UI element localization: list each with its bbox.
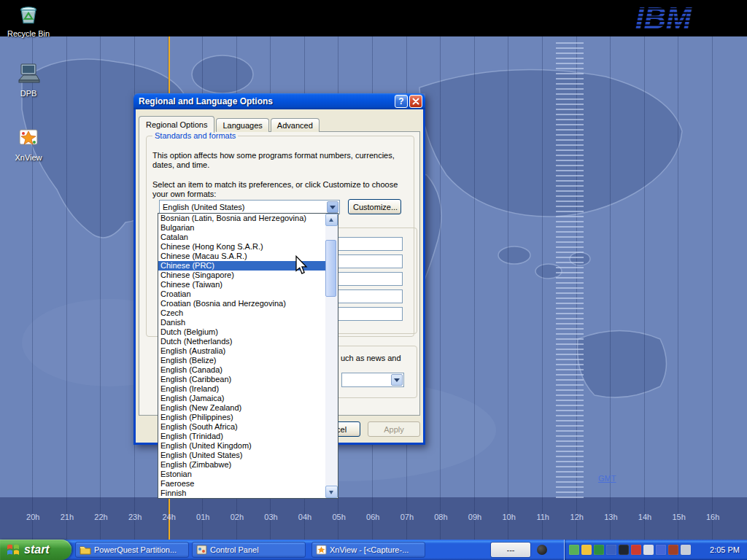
tab-advanced[interactable]: Advanced [271, 118, 320, 132]
task-button-control-panel[interactable]: Control Panel [192, 542, 306, 558]
language-option[interactable]: English (Ireland) [158, 384, 325, 394]
close-button[interactable] [409, 95, 422, 108]
hour-label: 24h [152, 513, 186, 521]
dialog-body: Regional Options Languages Advanced Stan… [133, 109, 425, 445]
task-button-xnview[interactable]: XnView - [<Capture-... [311, 542, 425, 558]
recycle-bin-icon [18, 3, 39, 25]
grid-utility-icon[interactable] [619, 545, 629, 555]
hour-label: 01h [186, 513, 220, 521]
language-option[interactable]: Dutch (Netherlands) [158, 337, 325, 346]
language-option[interactable]: English (United States) [158, 451, 325, 460]
language-option[interactable]: Catalan [158, 233, 325, 242]
language-option[interactable]: English (Canada) [158, 365, 325, 375]
task-button-label: PowerQuest Partition... [94, 545, 177, 554]
tab-regional-options[interactable]: Regional Options [139, 116, 214, 133]
group-instruction-line1: Select an item to match its preferences,… [152, 180, 398, 190]
apply-button[interactable]: Apply [368, 421, 420, 437]
language-option[interactable]: English (Belize) [158, 356, 325, 365]
desktop-icon-dpb[interactable]: DPB [2, 63, 55, 98]
scrollbar-thumb[interactable] [325, 240, 336, 297]
language-option[interactable]: English (Philippines) [158, 413, 325, 422]
hour-label: 06h [356, 513, 390, 521]
language-option[interactable]: Chinese (Taiwan) [158, 280, 325, 289]
language-option[interactable]: English (Caribbean) [158, 375, 325, 384]
folder-icon [80, 545, 91, 555]
gmt-label: GMT [598, 474, 616, 483]
language-option[interactable]: English (Australia) [158, 346, 325, 356]
hour-label: 09h [458, 513, 492, 521]
format-combobox[interactable]: English (United States) [159, 200, 340, 214]
language-option[interactable]: Finnish [158, 489, 325, 498]
hour-label: 05h [322, 513, 356, 521]
scrollbar-track[interactable] [325, 226, 338, 486]
language-option[interactable]: English (Jamaica) [158, 394, 325, 403]
firewall-icon[interactable] [631, 545, 641, 555]
language-option[interactable]: Bulgarian [158, 223, 325, 233]
language-option[interactable]: Bosnian (Latin, Bosnia and Herzegovina) [158, 214, 325, 223]
network-status-icon[interactable] [656, 545, 666, 555]
language-option[interactable]: English (South Africa) [158, 422, 325, 432]
language-option[interactable]: Faeroese [158, 479, 325, 489]
language-option[interactable]: Chinese (Hong Kong S.A.R.) [158, 242, 325, 252]
hour-labels-row: 20h21h22h23h24h01h02h03h04h05h06h07h08h0… [16, 513, 731, 521]
hour-label: 08h [424, 513, 458, 521]
scheduler-icon[interactable] [569, 545, 579, 555]
language-option[interactable]: Croatian [158, 289, 325, 299]
desktop-icon-xnview[interactable]: XnView [2, 127, 55, 162]
hour-label: 02h [220, 513, 255, 521]
hour-label: 16h [696, 513, 730, 521]
chevron-down-icon [330, 206, 336, 209]
dialog-titlebar[interactable]: Regional and Language Options ? [133, 93, 425, 109]
hour-label: 07h [390, 513, 425, 521]
clock-sync-icon[interactable] [681, 545, 691, 555]
antivirus-shield-icon[interactable] [594, 545, 604, 555]
power-meter-icon[interactable] [668, 545, 678, 555]
display-settings-icon[interactable] [606, 545, 616, 555]
xnview-icon [316, 545, 327, 555]
control-panel-icon [196, 545, 207, 555]
language-option[interactable]: Estonian [158, 470, 325, 479]
tab-languages[interactable]: Languages [216, 118, 268, 132]
format-combobox-value: English (United States) [160, 203, 327, 211]
language-option[interactable]: Croatian (Bosnia and Herzegovina) [158, 299, 325, 308]
chevron-down-icon [394, 378, 400, 382]
location-text-fragment: uch as news and [341, 354, 401, 362]
dialog-title: Regional and Language Options [139, 96, 393, 106]
language-option[interactable]: English (Trinidad) [158, 432, 325, 441]
combobox-dropdown-button[interactable] [327, 201, 338, 213]
scroll-up-button[interactable] [325, 214, 338, 226]
language-option[interactable]: Danish [158, 318, 325, 327]
language-option[interactable]: English (New Zealand) [158, 403, 325, 413]
list-scrollbar[interactable] [325, 214, 338, 498]
unknown-app-icon[interactable] [537, 545, 547, 555]
daylight-hatched-band [556, 42, 584, 500]
language-option[interactable]: Dutch (Belgium) [158, 327, 325, 337]
location-combobox-fragment[interactable] [341, 373, 404, 387]
language-dropdown-list: Bosnian (Latin, Bosnia and Herzegovina) … [158, 213, 338, 499]
help-button[interactable]: ? [395, 95, 408, 108]
hour-label: 03h [254, 513, 288, 521]
system-tray: 2:05 PM [564, 540, 747, 560]
sample-field-fragment [333, 237, 403, 251]
group-instruction-line2: your own formats: [152, 190, 216, 199]
volume-icon[interactable] [643, 545, 654, 555]
start-button[interactable]: start [0, 540, 71, 560]
security-alert-icon[interactable] [581, 545, 592, 555]
language-option[interactable]: Czech [158, 308, 325, 318]
hour-label: 10h [492, 513, 526, 521]
task-button-label: XnView - [<Capture-... [330, 545, 409, 554]
language-option[interactable]: English (Zimbabwe) [158, 460, 325, 470]
ibm-logo: IBM [607, 1, 694, 38]
task-button-powerquest[interactable]: PowerQuest Partition... [75, 542, 189, 558]
hour-label: 13h [594, 513, 628, 521]
taskbar-clock[interactable]: 2:05 PM [710, 545, 740, 554]
hour-label: 14h [628, 513, 662, 521]
customize-button[interactable]: Customize... [348, 199, 401, 214]
scroll-down-button[interactable] [325, 486, 338, 498]
language-option[interactable]: English (United Kingdom) [158, 441, 325, 451]
hour-label: 04h [288, 513, 322, 521]
combobox-dropdown-button[interactable] [391, 374, 403, 386]
hour-label: 21h [50, 513, 85, 521]
desktop-icon-recycle-bin[interactable]: Recycle Bin [2, 3, 55, 38]
task-button-untitled[interactable]: --- [490, 542, 531, 558]
